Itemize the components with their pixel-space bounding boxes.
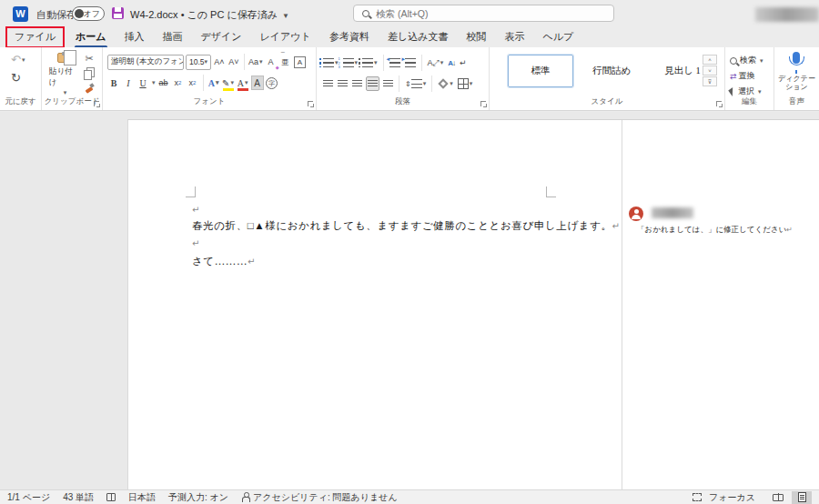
underline-button[interactable]: U bbox=[136, 76, 149, 90]
ime-prediction-indicator[interactable]: 予測入力: オン bbox=[168, 491, 228, 504]
search-input[interactable] bbox=[376, 8, 576, 19]
strikethrough-button[interactable]: ab bbox=[157, 76, 170, 90]
enclose-circle-button[interactable]: 字 bbox=[266, 76, 278, 90]
comment-margin-divider bbox=[622, 120, 622, 489]
read-mode-button[interactable] bbox=[768, 491, 788, 504]
style-normal[interactable]: 標準 bbox=[508, 55, 573, 87]
grow-font-button[interactable]: A˄ bbox=[213, 55, 226, 69]
word-count[interactable]: 43 単語 bbox=[63, 491, 94, 504]
styles-dialog-launcher-icon[interactable] bbox=[716, 101, 722, 106]
commenter-name-blurred bbox=[652, 207, 693, 218]
page-indicator[interactable]: 1/1 ページ bbox=[7, 491, 50, 504]
word-app-icon[interactable]: W bbox=[13, 6, 28, 22]
comment-text[interactable]: 「おかれましては、」に修正してください↵ bbox=[637, 225, 793, 236]
voice-group: ディクテーション 音声 bbox=[774, 47, 819, 110]
styles-gallery-more-icon[interactable]: ⊽ bbox=[703, 76, 717, 86]
italic-button[interactable]: I bbox=[122, 76, 135, 90]
paste-button[interactable]: 貼り付け ▾ bbox=[49, 53, 80, 96]
character-shading-button[interactable]: A bbox=[251, 76, 264, 90]
save-icon[interactable] bbox=[112, 7, 124, 19]
tab-view[interactable]: 表示 bbox=[495, 27, 533, 47]
search-box[interactable] bbox=[353, 5, 614, 22]
highlight-color-button[interactable]: ✎▾ bbox=[222, 76, 235, 90]
user-account-blurred[interactable] bbox=[755, 7, 819, 22]
autosave-state: オフ bbox=[84, 8, 100, 20]
document-page[interactable]: ↵ 春光の折、□▲様におかれましても、ますますご健勝のこととお喜び申し上げます。… bbox=[127, 119, 819, 489]
style-no-spacing[interactable]: 行間詰め bbox=[579, 55, 644, 87]
shading-button[interactable]: ▾ bbox=[437, 76, 454, 91]
word-window: W 自動保存 オフ W4-2.docx • この PC に保存済み▼ ファイル … bbox=[0, 0, 819, 504]
page-corner-mark-right bbox=[546, 186, 556, 197]
language-indicator[interactable]: 日本語 bbox=[128, 491, 156, 504]
voice-group-label: 音声 bbox=[774, 96, 819, 107]
tab-layout[interactable]: レイアウト bbox=[251, 27, 320, 47]
font-group: 游明朝 (本文のフォント)▾ 10.5▾ A˄ A˅ Aa▾ A 亜 A B I… bbox=[103, 47, 317, 110]
format-painter-button[interactable] bbox=[85, 84, 94, 93]
replace-button[interactable]: ⇄置換 bbox=[730, 70, 755, 82]
superscript-button[interactable]: x2 bbox=[187, 76, 199, 90]
document-text-line[interactable]: さて………↵ bbox=[192, 255, 255, 268]
multilevel-list-button[interactable]: ▾ bbox=[361, 55, 379, 70]
cursor-icon bbox=[728, 87, 737, 96]
tab-home[interactable]: ホーム bbox=[66, 27, 116, 47]
change-case-button[interactable]: Aa▾ bbox=[248, 55, 263, 69]
document-title[interactable]: W4-2.docx • この PC に保存済み▼ bbox=[130, 8, 289, 22]
font-color-button[interactable]: A▾ bbox=[237, 76, 249, 90]
tab-review[interactable]: 校閲 bbox=[457, 27, 495, 47]
paragraph-dialog-launcher-icon[interactable] bbox=[480, 101, 486, 106]
line-spacing-button[interactable]: ⇕▾ bbox=[404, 76, 427, 91]
decrease-indent-button[interactable] bbox=[389, 55, 401, 70]
paragraph-mark: ↵ bbox=[192, 204, 199, 215]
print-layout-button[interactable] bbox=[792, 491, 812, 504]
distribute-button[interactable] bbox=[382, 76, 394, 91]
styles-scroll-down-icon[interactable]: ˅ bbox=[703, 66, 717, 76]
sort-button[interactable]: A↓ bbox=[447, 55, 456, 70]
justify-button[interactable] bbox=[366, 76, 379, 91]
bullets-button[interactable]: ▾ bbox=[322, 55, 339, 70]
redo-button[interactable]: ↻ bbox=[11, 71, 21, 85]
tab-file[interactable]: ファイル bbox=[5, 26, 65, 48]
align-center-button[interactable] bbox=[337, 76, 349, 91]
phonetic-guide-button[interactable]: 亜 bbox=[279, 55, 292, 69]
tab-help[interactable]: ヘルプ bbox=[533, 27, 582, 47]
bold-button[interactable]: B bbox=[107, 76, 120, 90]
focus-mode-button[interactable]: フォーカス bbox=[693, 491, 755, 504]
text-effects-button[interactable]: A▾ bbox=[207, 76, 220, 90]
enclose-characters-button[interactable]: A bbox=[294, 55, 307, 69]
clipboard-dialog-launcher-icon[interactable] bbox=[94, 101, 99, 106]
autosave-toggle-knob bbox=[75, 9, 84, 18]
tab-insert[interactable]: 挿入 bbox=[116, 27, 154, 47]
accessibility-icon bbox=[241, 492, 249, 502]
font-size-combo[interactable]: 10.5▾ bbox=[186, 55, 211, 70]
show-formatting-marks-button[interactable]: ↵ bbox=[459, 55, 468, 70]
tab-draw[interactable]: 描画 bbox=[154, 27, 192, 47]
align-left-button[interactable] bbox=[322, 76, 334, 91]
styles-scroll-up-icon[interactable]: ˄ bbox=[703, 55, 717, 65]
undo-group: ↶▾ ↻ 元に戻す bbox=[0, 47, 42, 110]
shrink-font-button[interactable]: A˅ bbox=[228, 55, 240, 69]
tab-mailings[interactable]: 差し込み文書 bbox=[379, 27, 458, 47]
increase-indent-button[interactable] bbox=[404, 55, 417, 70]
editing-group: 検索▾ ⇄置換 選択▾ 編集 bbox=[725, 47, 774, 110]
copy-button[interactable] bbox=[84, 70, 92, 80]
dictate-button[interactable] bbox=[787, 52, 805, 72]
proofing-icon[interactable] bbox=[106, 493, 116, 501]
tab-design[interactable]: デザイン bbox=[192, 27, 251, 47]
undo-button[interactable]: ↶▾ bbox=[11, 53, 25, 66]
autosave-toggle[interactable]: オフ bbox=[72, 6, 105, 21]
asian-layout-button[interactable]: A⤢▾ bbox=[427, 55, 445, 70]
autosave-label: 自動保存 bbox=[36, 8, 76, 22]
dictate-label[interactable]: ディクテーション bbox=[774, 75, 819, 91]
numbering-button[interactable]: ▾ bbox=[342, 55, 359, 70]
document-text-line[interactable]: 春光の折、□▲様におかれましても、ますますご健勝のこととお喜び申し上げます。↵ bbox=[192, 219, 620, 233]
cut-button[interactable]: ✂ bbox=[85, 53, 93, 65]
borders-button[interactable]: ▾ bbox=[457, 76, 474, 91]
find-button[interactable]: 検索▾ bbox=[730, 55, 763, 66]
subscript-button[interactable]: x2 bbox=[172, 76, 185, 90]
tab-references[interactable]: 参考資料 bbox=[320, 27, 379, 47]
clear-formatting-button[interactable]: A bbox=[265, 55, 278, 69]
font-dialog-launcher-icon[interactable] bbox=[308, 101, 313, 106]
font-name-combo[interactable]: 游明朝 (本文のフォント)▾ bbox=[107, 55, 184, 70]
accessibility-status[interactable]: アクセシビリティ: 問題ありません bbox=[241, 491, 398, 504]
align-right-button[interactable] bbox=[351, 76, 363, 91]
